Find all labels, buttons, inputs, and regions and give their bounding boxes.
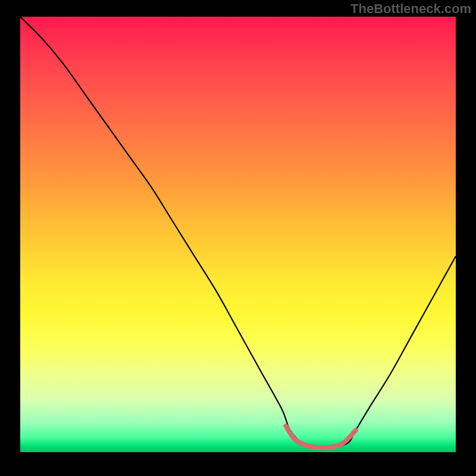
chart-svg [20, 17, 456, 452]
chart-plot-area [20, 17, 456, 452]
bottleneck-curve-line [20, 17, 456, 448]
watermark-text: TheBottleneck.com [350, 1, 471, 17]
